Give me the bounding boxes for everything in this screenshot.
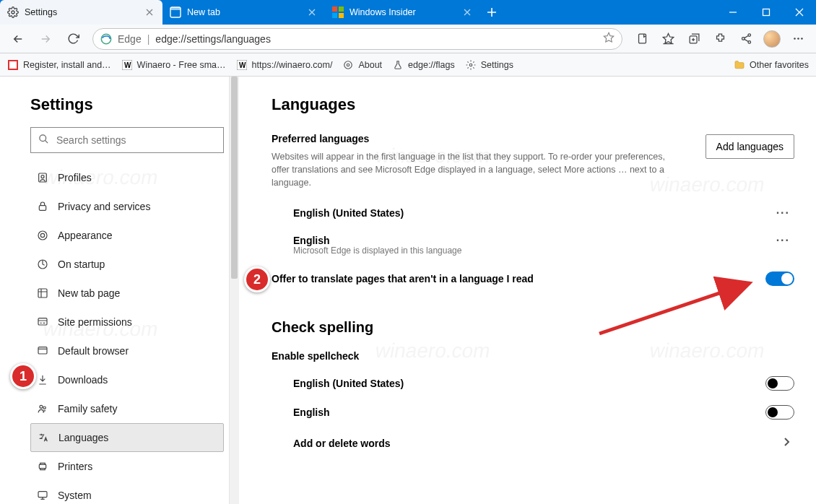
nav-label: New tab page: [58, 287, 120, 299]
nav-icon: [36, 287, 49, 300]
bookmark-item[interactable]: edge://flags: [392, 59, 455, 71]
sidebar-item-system[interactable]: System: [30, 481, 224, 504]
more-actions-icon[interactable]: ···: [776, 207, 794, 220]
close-icon[interactable]: [144, 6, 155, 18]
offer-translate-label: Offer to translate pages that aren't in …: [272, 273, 534, 284]
window-controls: [716, 0, 816, 25]
tab-settings[interactable]: Settings: [0, 0, 162, 25]
more-actions-icon[interactable]: ···: [776, 234, 794, 247]
profile-avatar[interactable]: [760, 27, 784, 51]
bookmark-item[interactable]: Whttps://winaero.com/: [236, 59, 333, 71]
gear-icon: [7, 6, 19, 18]
collections-icon[interactable]: [682, 27, 706, 51]
svg-rect-6: [339, 13, 344, 18]
other-favorites[interactable]: Other favorites: [734, 59, 809, 71]
nav-label: Languages: [58, 432, 108, 443]
nav-icon: [36, 489, 49, 502]
svg-point-16: [794, 38, 796, 40]
add-languages-button[interactable]: Add languages: [706, 134, 794, 159]
tab-windows-insider[interactable]: Windows Insider: [325, 0, 480, 25]
settings-sidebar: Settings ProfilesPrivacy and servicesApp…: [0, 77, 238, 504]
sidebar-item-downloads[interactable]: Downloads: [30, 365, 224, 394]
svg-rect-10: [638, 34, 646, 43]
bookmark-item[interactable]: About: [342, 59, 382, 71]
preferred-languages-desc: Websites will appear in the first langua…: [272, 150, 676, 189]
address-bar[interactable]: Edge | edge://settings/languages: [92, 28, 622, 50]
add-delete-words-row[interactable]: Add or delete words: [272, 427, 794, 449]
favorite-star-icon[interactable]: [603, 32, 615, 45]
sidebar-item-printers[interactable]: Printers: [30, 452, 224, 481]
back-button[interactable]: [6, 27, 30, 51]
bookmark-icon: W: [236, 59, 248, 71]
nav-icon: [36, 200, 49, 213]
nav-label: Printers: [58, 461, 92, 472]
window-titlebar: Settings New tab Windows Insider: [0, 0, 816, 25]
sidebar-scrollbar[interactable]: [229, 77, 239, 504]
bookmark-item[interactable]: WWinaero - Free sma…: [121, 59, 226, 71]
check-spelling-heading: Check spelling: [272, 319, 794, 336]
svg-rect-31: [39, 206, 45, 211]
read-aloud-icon[interactable]: [630, 27, 654, 51]
sidebar-item-languages[interactable]: Languages: [30, 423, 224, 452]
nav-label: Privacy and services: [58, 201, 150, 212]
close-icon[interactable]: [461, 6, 473, 18]
minimize-button[interactable]: [716, 0, 750, 25]
nav-label: Site permissions: [58, 316, 132, 328]
search-input[interactable]: [56, 134, 216, 146]
tab-label: Windows Insider: [350, 7, 416, 17]
sidebar-item-on-startup[interactable]: On startup: [30, 250, 224, 279]
language-note: Microsoft Edge is displayed in this lang…: [272, 246, 794, 256]
sidebar-item-site-permissions[interactable]: Site permissions: [30, 308, 224, 336]
svg-point-28: [40, 134, 46, 141]
newtab-icon: [170, 6, 181, 18]
forward-button[interactable]: [33, 27, 58, 51]
svg-rect-2: [170, 7, 181, 10]
site-identity: Edge: [118, 33, 142, 45]
language-name: English: [293, 235, 330, 246]
svg-point-38: [40, 405, 43, 408]
enable-spellcheck-label: Enable spellcheck: [272, 350, 794, 362]
svg-point-30: [41, 175, 44, 178]
share-icon[interactable]: [734, 27, 758, 51]
spellcheck-toggle[interactable]: [765, 376, 794, 391]
extensions-icon[interactable]: [708, 27, 732, 51]
more-menu-icon[interactable]: [786, 27, 810, 51]
spellcheck-row: English: [272, 398, 794, 427]
search-icon: [38, 134, 49, 147]
refresh-button[interactable]: [61, 27, 85, 51]
bookmark-item[interactable]: Register, install and…: [7, 59, 111, 71]
offer-translate-toggle[interactable]: [765, 271, 794, 286]
new-tab-button[interactable]: [480, 0, 503, 25]
nav-icon: [36, 229, 49, 242]
svg-marker-11: [663, 33, 673, 43]
sidebar-item-profiles[interactable]: Profiles: [30, 163, 224, 192]
close-icon[interactable]: [306, 6, 318, 18]
nav-label: Default browser: [58, 345, 129, 357]
sidebar-item-family-safety[interactable]: Family safety: [30, 394, 224, 423]
svg-point-17: [797, 38, 799, 40]
nav-icon: [36, 373, 49, 386]
maximize-button[interactable]: [750, 0, 783, 25]
svg-point-39: [43, 407, 45, 409]
chevron-right-icon: [783, 437, 794, 449]
sidebar-item-new-tab-page[interactable]: New tab page: [30, 279, 224, 308]
tab-newtab[interactable]: New tab: [162, 0, 325, 25]
flask-icon: [392, 59, 404, 71]
windows-icon: [332, 6, 344, 18]
svg-point-14: [742, 38, 745, 40]
sidebar-item-default-browser[interactable]: Default browser: [30, 336, 224, 365]
nav-icon: [36, 402, 49, 415]
nav-label: Appearance: [58, 230, 113, 241]
spellcheck-toggle[interactable]: [765, 405, 794, 420]
scrollbar-thumb[interactable]: [231, 77, 238, 279]
bookmark-item[interactable]: Settings: [465, 59, 513, 71]
sidebar-item-appearance[interactable]: Appearance: [30, 221, 224, 250]
search-settings[interactable]: [30, 127, 224, 153]
svg-rect-41: [38, 492, 47, 498]
svg-rect-7: [763, 9, 770, 16]
browser-toolbar: Edge | edge://settings/languages: [0, 25, 816, 53]
sidebar-item-privacy-and-services[interactable]: Privacy and services: [30, 192, 224, 221]
close-window-button[interactable]: [783, 0, 816, 25]
favorites-icon[interactable]: [656, 27, 680, 51]
svg-point-0: [12, 11, 14, 14]
